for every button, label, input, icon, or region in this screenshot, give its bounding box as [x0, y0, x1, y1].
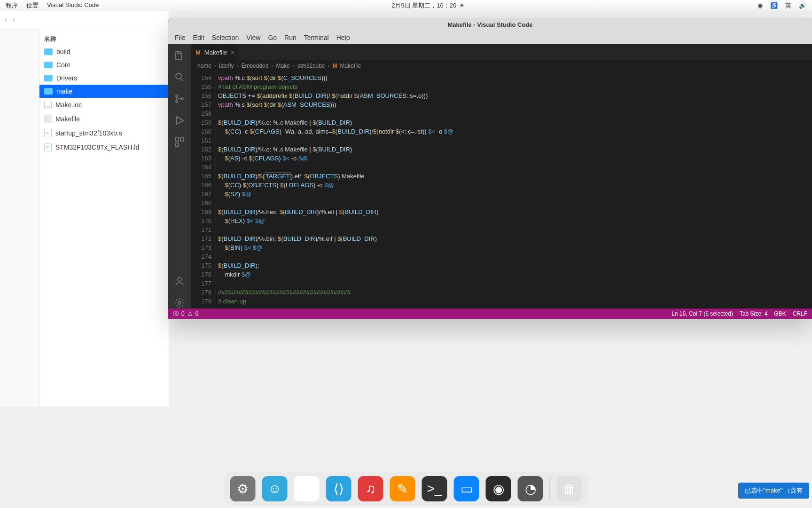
code-line-165[interactable]: $(BUILD_DIR)/$(TARGET).elf: $(OBJECTS) M… [218, 172, 812, 181]
dock-finder[interactable]: ☺ [262, 476, 288, 501]
file-row-startup_stm32f103xb.s[interactable]: startup_stm32f103xb.s [39, 126, 169, 140]
dock-activity[interactable]: ◔ [518, 476, 543, 501]
menu-selection[interactable]: Selection [212, 34, 239, 41]
dock-notes[interactable]: ✎ [390, 476, 415, 501]
chevron-icon: › [236, 63, 238, 69]
search-icon[interactable] [174, 71, 185, 83]
code-line-164[interactable] [218, 163, 812, 172]
code-line-163[interactable]: $(AS) -c $(CFLAGS) $< -o $@ [218, 154, 812, 163]
line-number: 165 [191, 172, 211, 181]
code-line-170[interactable]: $(HEX) $< $@ [218, 216, 812, 225]
code-line-169[interactable]: $(BUILD_DIR)/%.hex: $(BUILD_DIR)/%.elf |… [218, 207, 812, 216]
settings-icon[interactable] [174, 297, 185, 309]
file-row-build[interactable]: build [39, 45, 169, 58]
breadcrumb-item[interactable]: Make [276, 63, 289, 69]
file-label: make [56, 87, 72, 95]
breadcrumb[interactable]: home›latefly›Embedded›Make›stm32cube›MMa… [191, 60, 812, 71]
code-line-161[interactable] [218, 136, 812, 145]
dock-chrome[interactable]: ◉ [294, 476, 320, 501]
column-header-name[interactable]: 名称 [39, 33, 169, 45]
debug-icon[interactable] [174, 115, 185, 126]
code-line-168[interactable] [218, 198, 812, 207]
volume-icon[interactable]: 🔊 [799, 2, 806, 9]
breadcrumb-item[interactable]: home [197, 63, 211, 69]
code-line-157[interactable]: vpath %.s $(sort $(dir $(ASM_SOURCES))) [218, 100, 812, 109]
code-line-173[interactable]: $(BIN) $< $@ [218, 243, 812, 252]
dock-mission[interactable]: ▭ [454, 476, 479, 501]
source-control-icon[interactable] [174, 93, 185, 104]
menu-file[interactable]: File [175, 34, 186, 41]
editor-area: M Makefile × home›latefly›Embedded›Make›… [191, 44, 812, 309]
file-row-Drivers[interactable]: Drivers [39, 71, 169, 85]
line-number: 178 [191, 288, 211, 297]
vscode-titlebar: Makefile - Visual Studio Code [168, 18, 812, 31]
status-selection[interactable]: Ln 16, Col 7 (6 selected) [671, 310, 733, 317]
file-label: build [56, 48, 70, 56]
explorer-icon[interactable] [174, 50, 185, 61]
code-line-177[interactable] [218, 279, 812, 288]
code-line-156[interactable]: OBJECTS += $(addprefix $(BUILD_DIR)/,$(n… [218, 91, 812, 100]
folder-icon [44, 48, 53, 55]
account-icon[interactable] [174, 276, 185, 287]
line-number: 161 [191, 136, 211, 145]
activity-bar [168, 44, 191, 309]
file-row-Core[interactable]: Core [39, 58, 169, 71]
recording-icon[interactable]: ◉ [757, 2, 763, 9]
tab-label: Makefile [204, 49, 227, 56]
code-content[interactable]: vpath %.c $(sort $(dir $(C_SOURCES)))# l… [218, 71, 812, 309]
code-line-178[interactable]: ####################################### [218, 288, 812, 297]
extensions-icon[interactable] [174, 136, 185, 148]
menu-terminal[interactable]: Terminal [304, 34, 329, 41]
breadcrumb-item[interactable]: latefly [219, 63, 234, 69]
code-line-159[interactable]: $(BUILD_DIR)/%.o: %.c Makefile | $(BUILD… [218, 118, 812, 127]
code-line-172[interactable]: $(BUILD_DIR)/%.bin: $(BUILD_DIR)/%.elf |… [218, 234, 812, 243]
code-editor[interactable]: 1541551561571581591601611621631641651661… [191, 71, 812, 309]
code-line-158[interactable] [218, 109, 812, 118]
tab-makefile[interactable]: M Makefile × [191, 44, 239, 60]
menu-run[interactable]: Run [284, 34, 297, 41]
code-line-176[interactable]: mkdir $@ [218, 270, 812, 279]
vscode-window: Makefile - Visual Studio Code FileEditSe… [168, 18, 812, 319]
forward-button[interactable]: › [13, 16, 15, 24]
file-row-Makefile[interactable]: Makefile [39, 112, 169, 126]
back-button[interactable]: ‹ [5, 16, 7, 24]
dock-trash[interactable]: 🗑 [557, 476, 582, 501]
status-encoding[interactable]: GBK [774, 310, 786, 317]
code-line-175[interactable]: $(BUILD_DIR): [218, 261, 812, 270]
file-row-STM32F103C8Tx_FLASH.ld[interactable]: STM32F103C8Tx_FLASH.ld [39, 140, 169, 154]
menu-help[interactable]: Help [336, 34, 350, 41]
breadcrumb-item[interactable]: Embedded [241, 63, 268, 69]
close-icon[interactable]: × [231, 49, 234, 56]
code-line-167[interactable]: $(SZ) $@ [218, 190, 812, 198]
status-errors[interactable]: ⓧ0 ⚠0 [173, 310, 198, 318]
menu-edit[interactable]: Edit [193, 34, 204, 41]
breadcrumb-item[interactable]: Makefile [340, 63, 361, 69]
code-line-160[interactable]: $(CC) -c $(CFLAGS) -Wa,-a,-ad,-alms=$(BU… [218, 127, 812, 136]
clock: 2月9日 星期二，16：20 [391, 1, 456, 10]
dock-terminal[interactable]: >_ [422, 476, 447, 501]
menubar-item[interactable]: 位置 [26, 1, 39, 10]
breadcrumb-item[interactable]: stm32cube [297, 63, 325, 69]
dock-music[interactable]: ♫ [358, 476, 383, 501]
dock-obs[interactable]: ◉ [486, 476, 511, 501]
menu-view[interactable]: View [246, 34, 260, 41]
file-row-make[interactable]: make [39, 85, 169, 98]
dock-settings[interactable]: ⚙ [230, 476, 256, 501]
file-row-Make.ioc[interactable]: Make.ioc [39, 98, 169, 112]
ime-indicator[interactable]: 英 [785, 1, 791, 10]
menu-go[interactable]: Go [268, 34, 277, 41]
accessibility-icon[interactable]: ♿ [770, 2, 778, 9]
code-line-166[interactable]: $(CC) $(OBJECTS) $(LDFLAGS) -o $@ [218, 181, 812, 190]
menubar-item[interactable]: Visual Studio Code [47, 1, 99, 10]
code-line-174[interactable] [218, 252, 812, 261]
svg-rect-5 [180, 138, 184, 141]
menubar-item[interactable]: 程序 [6, 1, 18, 10]
code-line-155[interactable]: # list of ASM program objects [218, 82, 812, 91]
code-line-154[interactable]: vpath %.c $(sort $(dir $(C_SOURCES))) [218, 73, 812, 82]
code-line-171[interactable] [218, 225, 812, 234]
status-eol[interactable]: CRLF [793, 310, 807, 317]
code-line-179[interactable]: # clean up [218, 297, 812, 306]
dock-vscode[interactable]: ⟨⟩ [326, 476, 351, 501]
status-tabsize[interactable]: Tab Size: 4 [740, 310, 767, 317]
code-line-162[interactable]: $(BUILD_DIR)/%.o: %.s Makefile | $(BUILD… [218, 145, 812, 154]
